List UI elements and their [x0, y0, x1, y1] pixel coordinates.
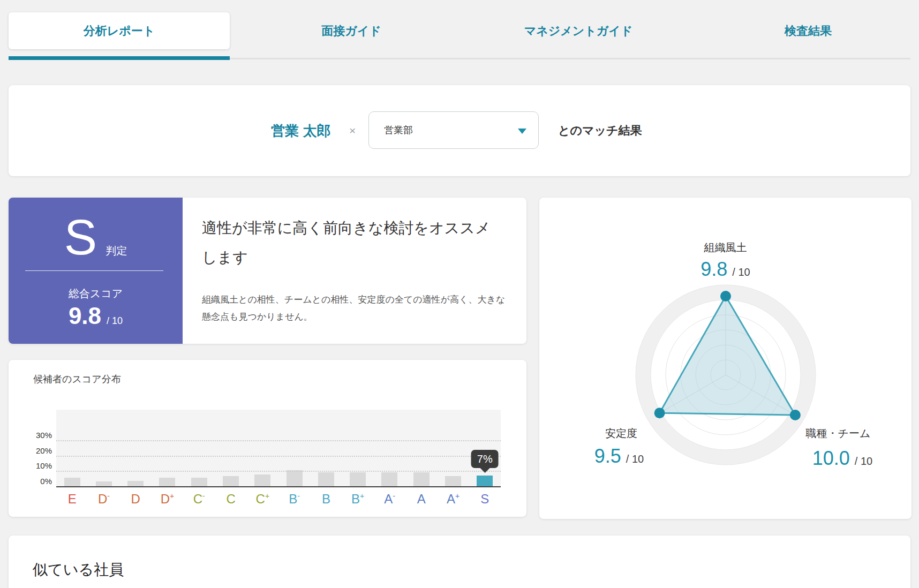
- bar-B+[interactable]: [350, 472, 366, 486]
- grade-divider: [25, 270, 163, 271]
- match-suffix-text: とのマッチ結果: [558, 85, 642, 176]
- bar-C[interactable]: [223, 476, 239, 486]
- bar-E[interactable]: [64, 478, 80, 486]
- x-tick-label-A+: A+: [447, 493, 460, 506]
- bar-column-B+: B+: [342, 410, 374, 486]
- radar-vertex-dot: [654, 408, 665, 418]
- radar-score-stability: 9.5 / 10: [566, 445, 673, 468]
- bar-column-C: C: [215, 410, 246, 486]
- bar-column-D+: D+: [152, 410, 183, 486]
- times-separator: ×: [349, 85, 356, 176]
- bar-C+[interactable]: [254, 474, 270, 486]
- similar-employees-card: 似ている社員: [9, 536, 910, 588]
- grade-row: S 判定: [9, 213, 183, 262]
- gridline-30: [56, 440, 501, 441]
- tab-interview-guide[interactable]: 面接ガイド: [244, 12, 458, 49]
- bar-D-[interactable]: [96, 481, 112, 486]
- radar-score-team: 10.0 / 10: [785, 447, 900, 470]
- radar-score-stability-value: 9.5: [594, 445, 621, 468]
- score-distribution-card: 候補者のスコア分布 ED-DD+C-CC+B-BB+A-AA+S7% 30%20…: [9, 360, 526, 517]
- grade-panel: S 判定 総合スコア 9.8 / 10: [9, 198, 183, 344]
- distribution-plot-area: ED-DD+C-CC+B-BB+A-AA+S7% 30%20%10%0%: [56, 410, 501, 486]
- radar-vertex-dot: [790, 410, 801, 420]
- y-tick-label: 30%: [23, 431, 52, 440]
- y-tick-label: 0%: [23, 477, 52, 486]
- radar-score-stability-max: / 10: [626, 453, 644, 465]
- radar-score-team-max: / 10: [855, 455, 872, 468]
- judgment-card: S 判定 総合スコア 9.8 / 10 適性が非常に高く前向きな検討をオススメし…: [9, 198, 526, 344]
- x-tick-label-D: D: [131, 493, 140, 506]
- gridline-10: [56, 471, 501, 472]
- x-tick-label-B+: B+: [351, 493, 364, 506]
- tab-management-guide[interactable]: マネジメントガイド: [471, 12, 686, 49]
- bar-column-C-: C-: [183, 410, 215, 486]
- y-tick-label: 20%: [23, 446, 52, 456]
- similar-employees-title: 似ている社員: [33, 560, 124, 580]
- tab-test-results[interactable]: 検査結果: [701, 12, 915, 49]
- bar-S[interactable]: [477, 476, 493, 486]
- score-distribution-title: 候補者のスコア分布: [33, 373, 121, 386]
- x-tick-label-S: S: [480, 493, 489, 506]
- gridline-20: [56, 456, 501, 457]
- bar-column-S: S7%: [469, 410, 501, 486]
- bar-A+[interactable]: [445, 476, 461, 486]
- bar-column-D-: D-: [88, 410, 119, 486]
- x-tick-label-B-: B-: [289, 493, 300, 506]
- radar-axis-label-stability: 安定度: [573, 426, 669, 441]
- match-row: 営業 太郎 × 営業部 とのマッチ結果: [9, 85, 910, 176]
- total-score-value: 9.8: [69, 303, 101, 329]
- bar-B[interactable]: [318, 472, 334, 486]
- bar-column-A-: A-: [374, 410, 405, 486]
- grade-suffix: 判定: [106, 244, 127, 258]
- bar-column-A+: A+: [437, 410, 469, 486]
- chevron-down-icon: [518, 129, 526, 134]
- x-tick-label-A: A: [417, 493, 426, 506]
- tab-analysis-report-label: 分析レポート: [84, 23, 155, 39]
- x-tick-label-C-: C-: [193, 493, 205, 506]
- bar-B-[interactable]: [287, 470, 303, 486]
- bar-A[interactable]: [413, 472, 430, 486]
- radar-score-team-value: 10.0: [812, 447, 850, 470]
- x-tick-label-E: E: [68, 493, 77, 506]
- department-select[interactable]: 営業部: [368, 111, 539, 149]
- y-tick-label: 10%: [23, 461, 52, 471]
- bar-column-D: D: [120, 410, 152, 486]
- x-tick-label-D-: D-: [98, 493, 110, 506]
- bars: ED-DD+C-CC+B-BB+A-AA+S7%: [56, 410, 501, 486]
- analysis-report-page: 分析レポート 面接ガイド マネジメントガイド 検査結果 営業 太郎 × 営業部 …: [0, 0, 919, 588]
- radar-axis-label-team: 職種・チーム: [786, 426, 891, 441]
- bar-A-[interactable]: [381, 472, 397, 486]
- x-tick-label-C: C: [226, 493, 235, 506]
- judgment-description: 組織風土との相性、チームとの相性、安定度の全ての適性が高く、大きな懸念点も見つか…: [202, 291, 511, 326]
- radar-axis-label-culture: 組織風土: [539, 240, 912, 255]
- total-score-max: / 10: [107, 315, 123, 327]
- x-tick-label-A-: A-: [384, 493, 395, 506]
- bar-D+[interactable]: [159, 478, 175, 486]
- x-axis-line: [56, 486, 501, 487]
- radar-vertex-dot: [720, 291, 731, 301]
- x-tick-label-B: B: [322, 493, 330, 506]
- total-score-label: 総合スコア: [9, 287, 183, 301]
- bar-C-[interactable]: [191, 478, 207, 486]
- grade-letter: S: [64, 213, 97, 262]
- bar-column-C+: C+: [247, 410, 278, 486]
- total-score-row: 9.8 / 10: [9, 303, 183, 329]
- candidate-name-link[interactable]: 営業 太郎: [271, 85, 330, 176]
- bar-tooltip: 7%: [471, 450, 499, 468]
- bar-column-A: A: [405, 410, 437, 486]
- bar-column-B: B: [310, 410, 342, 486]
- tab-analysis-report[interactable]: 分析レポート: [9, 12, 230, 49]
- department-select-value: 営業部: [384, 124, 413, 137]
- judgment-title: 適性が非常に高く前向きな検討をオススメします: [202, 214, 502, 273]
- active-tab-indicator: [9, 56, 230, 60]
- bar-column-B-: B-: [278, 410, 310, 486]
- bar-D[interactable]: [127, 481, 144, 486]
- match-header-card: 営業 太郎 × 営業部 とのマッチ結果: [9, 85, 910, 176]
- x-tick-label-D+: D+: [161, 493, 174, 506]
- x-tick-label-C+: C+: [256, 493, 269, 506]
- bar-column-E: E: [56, 410, 88, 486]
- match-radar-card: 組織風土 9.8 / 10 安定度 9.5 / 10 職種・チーム 10.0 /…: [539, 198, 912, 519]
